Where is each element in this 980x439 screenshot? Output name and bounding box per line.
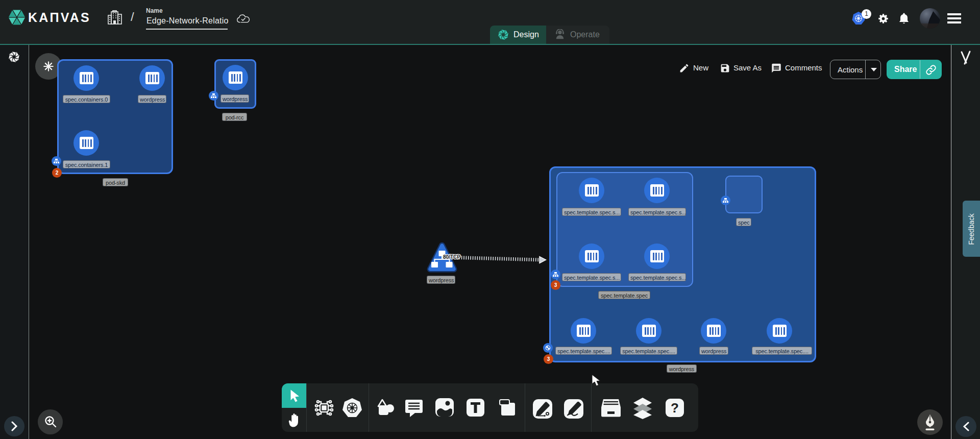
svg-text:?: ? (671, 400, 679, 416)
svg-text:80/TCP: 80/TCP (443, 254, 460, 260)
